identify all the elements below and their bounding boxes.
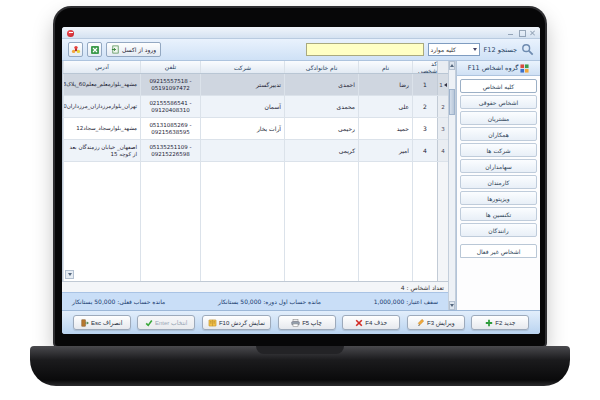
- row-indicator: 3: [437, 118, 448, 139]
- sidebar-item-label: کلیه اشخاص: [483, 83, 514, 90]
- button-label: چاپ F5: [302, 319, 322, 326]
- col-company[interactable]: شرکت: [200, 61, 284, 73]
- persons-table: کد شخصی نام نام خانوادگی شرکت تلفن آدرس …: [62, 61, 448, 281]
- record-count-bar: تعداد اشخاص : 4: [62, 281, 448, 292]
- sidebar-item-drivers[interactable]: رانندگان: [460, 223, 537, 237]
- content-column: کد شخصی نام نام خانوادگی شرکت تلفن آدرس …: [62, 61, 448, 310]
- cell-code: 2: [412, 96, 437, 117]
- sidebar-item-technicians[interactable]: تکنسین ها: [460, 207, 537, 221]
- reports-button[interactable]: [68, 42, 83, 57]
- cell-name: امیر: [358, 140, 412, 161]
- search-label: جستجو F12: [484, 46, 517, 54]
- sidebar-item-all-persons[interactable]: کلیه اشخاص: [460, 79, 537, 93]
- app-window: جستجو F12 کلیه موارد ورود از اکسل: [62, 27, 540, 334]
- credit-limit-label: سقف اعتبار: 1,000,000: [374, 298, 438, 305]
- minimize-icon[interactable]: [507, 29, 514, 36]
- new-button[interactable]: جدید F2: [471, 315, 529, 330]
- action-button-bar: جدید F2 ویرایش F3 حذف F4: [62, 310, 540, 334]
- col-address[interactable]: آدرس: [63, 61, 140, 73]
- button-label: جدید F2: [495, 319, 515, 326]
- opening-balance-label: مانده حساب اول دوره: 50,000 بستانکار: [218, 298, 321, 305]
- toolbar: جستجو F12 کلیه موارد ورود از اکسل: [62, 39, 540, 61]
- row-indicator: 4: [437, 140, 448, 161]
- printer-icon: [291, 319, 300, 327]
- maximize-icon[interactable]: [518, 29, 525, 36]
- sidebar-item-label: ویزیتورها: [487, 195, 509, 202]
- cell-name: حمید: [358, 118, 412, 139]
- col-first-name[interactable]: نام: [358, 61, 412, 73]
- table-row[interactable]: 4 4 امیر کریمی 05135251109 - 09215226598…: [63, 140, 448, 162]
- sidebar-item-companies[interactable]: شرکت ها: [460, 143, 537, 157]
- cell-family: محمدی: [284, 96, 358, 117]
- excel-button[interactable]: [87, 42, 102, 57]
- table-row[interactable]: 3 3 حمید رحیمی آرات بخار 05131085269 - 0…: [63, 118, 448, 140]
- scrollbar-thumb[interactable]: [449, 89, 455, 115]
- close-icon[interactable]: [529, 29, 536, 36]
- sidebar-item-customers[interactable]: مشتریان: [460, 111, 537, 125]
- sidebar-item-legal-persons[interactable]: اشخاص حقوقی: [460, 95, 537, 109]
- cell-address: مشهد_بلوارسجاد_سجاد12: [63, 118, 140, 139]
- current-row-arrow-icon: [444, 83, 447, 87]
- grid-dropdown-icon[interactable]: [65, 270, 74, 279]
- col-phone[interactable]: تلفن: [140, 61, 200, 73]
- x-icon: [355, 319, 363, 327]
- record-count-label: تعداد اشخاص : 4: [401, 284, 444, 291]
- cell-family: رحیمی: [284, 118, 358, 139]
- ledger-icon: [208, 319, 217, 327]
- excel-icon: [90, 45, 100, 55]
- person-groups-sidebar: گروه اشخاص F11 کلیه اشخاص اشخاص حقوقی مش…: [456, 61, 540, 310]
- col-personal-code[interactable]: کد شخصی: [412, 61, 437, 73]
- sidebar-item-shareholders[interactable]: سهامداران: [460, 159, 537, 173]
- empty-grid-area: [63, 162, 448, 281]
- sidebar-item-inactive-persons[interactable]: اشخاص غیر فعال: [460, 244, 537, 258]
- show-turnover-button[interactable]: نمایش گردش F10: [202, 315, 271, 330]
- cell-code: 1: [412, 74, 437, 95]
- sidebar-item-label: کارمندان: [488, 179, 510, 186]
- account-info-bar: سقف اعتبار: 1,000,000 مانده حساب اول دور…: [62, 292, 448, 310]
- plus-icon: [485, 319, 493, 327]
- titlebar: [62, 27, 540, 39]
- cell-company: آسمان: [200, 96, 284, 117]
- exit-door-icon: [81, 319, 89, 327]
- table-header-row: کد شخصی نام نام خانوادگی شرکت تلفن آدرس: [63, 61, 448, 74]
- import-excel-button[interactable]: ورود از اکسل: [106, 42, 161, 57]
- table-row[interactable]: 1 1 رضا احمدی تدبیرگستر 09215557518 - 05…: [63, 74, 448, 96]
- sidebar-item-label: رانندگان: [488, 227, 508, 234]
- cell-family: احمدی: [284, 74, 358, 95]
- search-scope-value: کلیه موارد: [431, 46, 456, 53]
- cell-address: مشهد_بلوارمعلم_معلم60_پلاک13: [63, 74, 140, 95]
- cell-company: تدبیرگستر: [200, 74, 284, 95]
- app-logo-icon: [67, 30, 74, 37]
- sidebar-group-list: کلیه اشخاص اشخاص حقوقی مشتریان همکاران ش…: [457, 76, 540, 239]
- group-grid-icon: [520, 64, 529, 73]
- sidebar-item-label: سهامداران: [485, 163, 512, 170]
- table-row[interactable]: 2 2 علی محمدی آسمان 02155586541 - 091204…: [63, 96, 448, 118]
- search-input[interactable]: [306, 43, 424, 56]
- select-button[interactable]: انتخاب Enter: [137, 315, 195, 330]
- button-label: حذف F4: [365, 319, 387, 326]
- edit-button[interactable]: ویرایش F3: [407, 315, 465, 330]
- cell-address: اصفهان_ خیابان رزمندگان بعد از کوچه 15: [63, 140, 140, 161]
- sidebar-item-label: اشخاص غیر فعال: [477, 248, 521, 255]
- button-label: انصراف Esc: [91, 319, 122, 326]
- sidebar-item-label: شرکت ها: [487, 147, 511, 154]
- button-label: نمایش گردش F10: [219, 319, 265, 326]
- delete-button[interactable]: حذف F4: [342, 315, 400, 330]
- cell-name: رضا: [358, 74, 412, 95]
- sidebar-item-colleagues[interactable]: همکاران: [460, 127, 537, 141]
- table-vertical-scrollbar[interactable]: [448, 61, 456, 310]
- scroll-up-icon[interactable]: [449, 61, 455, 70]
- sidebar-item-label: مشتریان: [488, 115, 510, 122]
- sidebar-item-visitors[interactable]: ویزیتورها: [460, 191, 537, 205]
- sidebar-item-label: تکنسین ها: [486, 211, 511, 218]
- search-scope-dropdown[interactable]: کلیه موارد: [428, 43, 480, 56]
- cell-phone: 09215557518 - 05191097472: [140, 74, 200, 95]
- sidebar-header: گروه اشخاص F11: [457, 61, 540, 76]
- sidebar-item-employees[interactable]: کارمندان: [460, 175, 537, 189]
- page: جستجو F12 کلیه موارد ورود از اکسل: [0, 0, 600, 400]
- cancel-button[interactable]: انصراف Esc: [73, 315, 131, 330]
- col-last-name[interactable]: نام خانوادگی: [284, 61, 358, 73]
- scroll-down-icon[interactable]: [449, 301, 455, 310]
- print-button[interactable]: چاپ F5: [278, 315, 336, 330]
- row-indicator: 1: [437, 74, 448, 95]
